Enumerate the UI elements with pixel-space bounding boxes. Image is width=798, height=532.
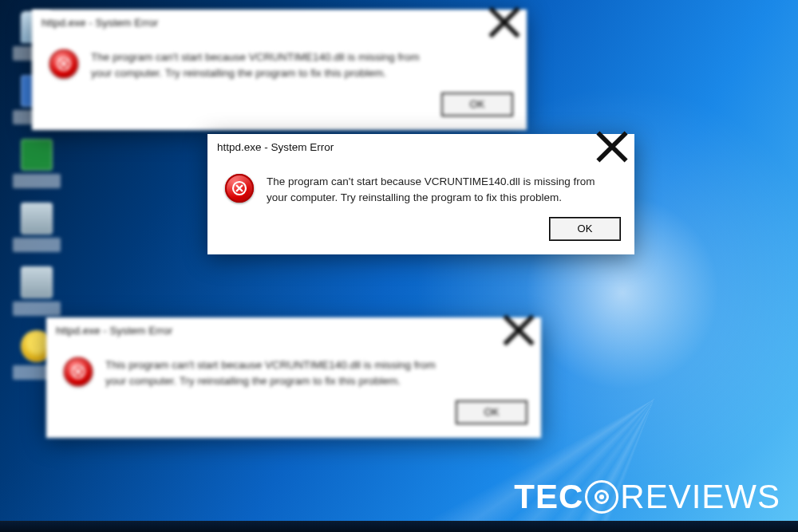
error-dialog-blurred-bottom: httpd.exe - System Error This program ca…: [46, 317, 541, 438]
ok-button[interactable]: OK: [456, 401, 527, 424]
desktop-icon[interactable]: [11, 203, 62, 260]
close-icon[interactable]: [595, 136, 630, 158]
desktop-icon[interactable]: [11, 139, 62, 196]
taskbar[interactable]: [0, 521, 798, 532]
error-icon: [225, 174, 254, 203]
dialog-body: The program can't start because VCRUNTIM…: [207, 160, 634, 218]
dialog-footer: OK: [207, 218, 634, 254]
watermark-right: REVIEWS: [620, 478, 780, 516]
error-icon: [49, 49, 78, 78]
dialog-title: httpd.exe - System Error: [56, 325, 172, 337]
site-watermark: TEC REVIEWS: [514, 478, 780, 516]
error-dialog-active: httpd.exe - System Error The program can…: [207, 134, 634, 254]
watermark-left: TEC: [514, 478, 583, 515]
dialog-message: This program can't start because VCRUNTI…: [105, 357, 448, 390]
ok-button[interactable]: OK: [550, 218, 620, 240]
target-icon: [585, 480, 618, 514]
desktop-icon[interactable]: [11, 266, 62, 324]
error-icon: [64, 357, 93, 386]
close-icon[interactable]: [501, 319, 536, 341]
dialog-body: The program can't start because VCRUNTIM…: [32, 35, 527, 93]
dialog-titlebar[interactable]: httpd.exe - System Error: [46, 317, 541, 343]
dialog-title: httpd.exe - System Error: [41, 17, 158, 29]
ok-button[interactable]: OK: [442, 93, 512, 116]
dialog-footer: OK: [32, 93, 527, 130]
windows-desktop: httpd.exe - System Error The program can…: [0, 0, 798, 532]
dialog-body: This program can't start because VCRUNTI…: [46, 343, 541, 401]
dialog-message: The program can't start because VCRUNTIM…: [267, 174, 610, 207]
dialog-title: httpd.exe - System Error: [217, 141, 334, 153]
close-icon[interactable]: [487, 11, 522, 33]
error-dialog-blurred-top: httpd.exe - System Error The program can…: [32, 10, 527, 130]
dialog-titlebar[interactable]: httpd.exe - System Error: [207, 134, 634, 160]
dialog-footer: OK: [46, 401, 541, 438]
dialog-message: The program can't start because VCRUNTIM…: [91, 49, 434, 82]
dialog-titlebar[interactable]: httpd.exe - System Error: [32, 10, 527, 35]
